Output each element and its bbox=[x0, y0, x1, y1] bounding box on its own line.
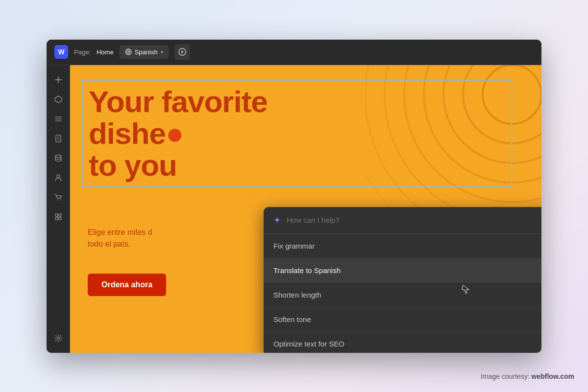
preview-button[interactable] bbox=[174, 44, 190, 60]
webflow-logo: W bbox=[54, 45, 68, 59]
soften-tone-item[interactable]: Soften tone bbox=[264, 307, 541, 332]
attribution-brand: webflow.com bbox=[532, 372, 574, 380]
soften-tone-label: Soften tone bbox=[273, 315, 311, 323]
ai-menu: ✦ Fix grammar Translate to Spanish Short… bbox=[264, 207, 541, 353]
hero-title-line1: Your favorite bbox=[89, 86, 505, 117]
hero-title: Your favorite dishe● to you bbox=[89, 86, 505, 181]
svg-rect-19 bbox=[59, 214, 61, 216]
hero-subtitle: Elige entre miles d todo el país. bbox=[88, 227, 152, 250]
translate-to-spanish-item[interactable]: Translate to Spanish bbox=[264, 258, 541, 283]
canvas: Your favorite dishe● to you Elige entre … bbox=[70, 65, 541, 353]
hero-title-line2: dishe● bbox=[89, 117, 505, 149]
optimize-seo-item[interactable]: Optimize text for SEO bbox=[264, 332, 541, 353]
fix-grammar-label: Fix grammar bbox=[273, 242, 315, 250]
cta-button-inner[interactable]: Ordena ahora bbox=[88, 274, 166, 296]
editor-window: W Page: Home Spanish ▾ bbox=[47, 40, 541, 353]
ai-search-input[interactable] bbox=[287, 216, 541, 224]
members-icon[interactable] bbox=[49, 169, 67, 186]
svg-rect-20 bbox=[55, 217, 58, 220]
shorten-length-item[interactable]: Shorten length bbox=[264, 283, 541, 307]
svg-point-16 bbox=[57, 199, 58, 200]
svg-rect-18 bbox=[55, 214, 58, 216]
add-icon[interactable] bbox=[49, 71, 67, 89]
cta-button[interactable]: Ordena ahora bbox=[88, 266, 166, 296]
components-icon[interactable] bbox=[49, 91, 67, 108]
page-label: Page: bbox=[74, 48, 91, 56]
pages-icon[interactable] bbox=[49, 130, 67, 147]
preview-icon bbox=[178, 48, 186, 56]
language-selector[interactable]: Spanish ▾ bbox=[120, 46, 169, 59]
svg-point-14 bbox=[55, 155, 61, 157]
subtitle-line1: Elige entre miles d bbox=[88, 227, 152, 238]
svg-point-15 bbox=[57, 175, 60, 178]
optimize-seo-label: Optimize text for SEO bbox=[273, 340, 344, 348]
assets-icon[interactable] bbox=[49, 208, 67, 226]
fix-grammar-item[interactable]: Fix grammar bbox=[264, 234, 541, 258]
layers-icon[interactable] bbox=[49, 110, 67, 128]
globe-icon bbox=[125, 48, 132, 55]
ai-search-row: ✦ bbox=[264, 207, 541, 234]
settings-icon[interactable] bbox=[49, 329, 67, 347]
subtitle-line2: todo el país. bbox=[88, 238, 152, 250]
chevron-down-icon: ▾ bbox=[161, 49, 163, 55]
sidebar bbox=[47, 65, 70, 353]
mouse-cursor bbox=[462, 284, 470, 294]
sparkle-icon: ✦ bbox=[273, 215, 281, 226]
text-block-selected[interactable]: Your favorite dishe● to you bbox=[82, 80, 512, 187]
svg-rect-21 bbox=[59, 217, 61, 220]
main-area: Your favorite dishe● to you Elige entre … bbox=[47, 65, 541, 353]
page-name: Home bbox=[97, 48, 114, 56]
svg-point-17 bbox=[60, 199, 61, 200]
hero-title-line3: to you bbox=[89, 149, 505, 181]
attribution: Image courtesy: webflow.com bbox=[481, 372, 574, 380]
attribution-text: Image courtesy: bbox=[481, 372, 530, 380]
language-label: Spanish bbox=[135, 48, 158, 56]
svg-point-22 bbox=[57, 337, 59, 339]
shorten-length-label: Shorten length bbox=[273, 291, 321, 299]
translate-to-spanish-label: Translate to Spanish bbox=[273, 266, 341, 275]
database-icon[interactable] bbox=[49, 149, 67, 167]
top-bar: W Page: Home Spanish ▾ bbox=[47, 40, 541, 65]
commerce-icon[interactable] bbox=[49, 188, 67, 206]
